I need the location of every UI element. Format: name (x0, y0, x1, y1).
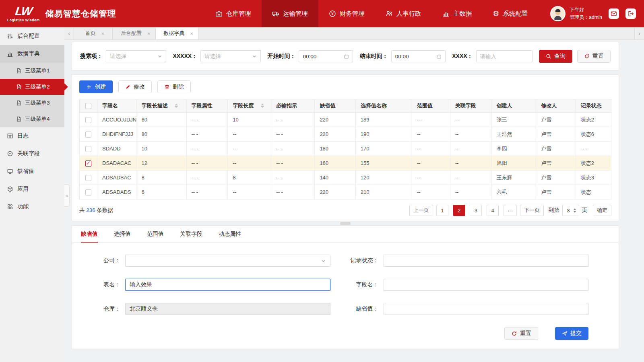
page-button[interactable]: 4 (487, 205, 499, 216)
page-button[interactable]: 2 (453, 205, 465, 216)
page-tab[interactable]: 首页 × (74, 27, 113, 39)
page-buttons: 1 2 3 4 ··· (433, 205, 517, 216)
page-button[interactable]: 1 (436, 205, 448, 216)
end-time-value[interactable] (395, 53, 434, 60)
sidebar-subitem[interactable]: 三级菜单3 (0, 95, 64, 111)
page-tab[interactable]: 数据字典 × (156, 27, 199, 39)
table-row[interactable]: DHDIFNFJJJ 80 -- - -- -- - 220 190 -- -- (80, 127, 611, 142)
sidebar-item-logs[interactable]: 日志 (0, 127, 64, 145)
cell-modifier: 卢雪 (536, 127, 576, 142)
sidebar-item-functions[interactable]: 功能 (0, 198, 64, 216)
end-time-input[interactable] (391, 50, 446, 62)
sort-icon[interactable] (175, 104, 178, 108)
next-page-button[interactable]: 下一页 (520, 205, 544, 216)
query-button[interactable]: 查询 (539, 50, 572, 63)
tab-scroll-left-icon[interactable]: ‹ (64, 27, 74, 39)
row-checkbox[interactable] (85, 189, 91, 195)
default-value-input[interactable] (384, 303, 589, 315)
stepper-arrows-icon[interactable] (574, 208, 576, 213)
tab-close-icon[interactable]: × (147, 31, 151, 37)
xxxxx-select[interactable]: 请选择 (200, 50, 261, 62)
mail-button[interactable] (609, 8, 619, 19)
detail-tab[interactable]: 缺省值 (81, 226, 98, 242)
detail-tab[interactable]: 选择值 (114, 226, 131, 242)
sidebar-item-backend-config[interactable]: 后台配置 (0, 27, 64, 45)
company-select[interactable] (125, 255, 330, 267)
start-time-value[interactable] (303, 53, 341, 60)
cell-related: -- (450, 171, 491, 185)
nav-item-hr[interactable]: 人事行政 (375, 0, 432, 27)
tab-scroll-right-icon[interactable]: › (634, 27, 644, 39)
table-row[interactable]: SDADD 10 -- - -- -- - 180 170 -- -- 李四 (80, 142, 611, 156)
cell-required: -- - (271, 142, 315, 156)
row-checkbox[interactable] (85, 132, 91, 138)
search-panel: 搜索项： 请选择 XXXXX： 请选择 开始 (72, 42, 619, 71)
keyword-input[interactable] (476, 50, 533, 62)
avatar[interactable] (550, 6, 566, 21)
sidebar-item-related-fields[interactable]: 关联字段 (0, 145, 64, 162)
cell-select-name: 189 (355, 113, 412, 127)
cell-creator: 李四 (491, 142, 536, 156)
sidebar-item-data-dictionary[interactable]: 数据字典 (0, 45, 64, 63)
sidebar-item-default-values[interactable]: 缺省值 (0, 162, 64, 180)
create-button[interactable]: 创建 (79, 80, 113, 93)
page-tab[interactable]: 后台配置 × (113, 27, 156, 39)
svg-text:¥: ¥ (331, 11, 334, 16)
tab-close-icon[interactable]: × (101, 31, 105, 37)
cell-status: -- - (576, 142, 611, 156)
nav-item-finance[interactable]: ¥ 财务管理 (318, 0, 375, 27)
sidebar-subitem[interactable]: 三级菜单4 (0, 111, 64, 127)
tab-close-icon[interactable]: × (190, 31, 194, 37)
pagination: 上一页 1 2 3 4 (406, 205, 611, 216)
sort-icon[interactable] (261, 104, 264, 108)
page-button[interactable]: ··· (504, 205, 517, 216)
confirm-page-button[interactable]: 确定 (593, 205, 611, 216)
row-checkbox[interactable] (85, 160, 91, 167)
submit-button[interactable]: 提交 (555, 327, 588, 340)
edit-button[interactable]: 修改 (118, 80, 152, 93)
people-icon (386, 10, 393, 17)
page-button[interactable]: 3 (470, 205, 482, 216)
finance-icon: ¥ (329, 10, 336, 17)
table-row[interactable]: ADSADSAC 8 -- - 8 -- - 140 120 -- -- 王 (80, 171, 611, 185)
sliders-icon (7, 33, 13, 39)
search-term-select[interactable]: 请选择 (106, 50, 166, 62)
logout-icon (627, 10, 634, 17)
sidebar-item-applications[interactable]: 应用 (0, 180, 64, 198)
table-row[interactable]: ADSADADS 6 -- - -- -- - 220 210 -- -- (80, 185, 611, 200)
row-checkbox[interactable] (85, 117, 91, 123)
user-area: 下午好 管理员：admin (538, 0, 644, 27)
record-status-input[interactable] (384, 255, 589, 267)
detail-tab[interactable]: 关联字段 (180, 226, 202, 242)
detail-tab[interactable]: 动态属性 (219, 226, 241, 242)
row-checkbox[interactable] (85, 175, 91, 181)
field-name-input[interactable] (384, 279, 589, 291)
nav-item-warehouse[interactable]: 仓库管理 (205, 0, 262, 27)
prev-page-button[interactable]: 上一页 (409, 205, 433, 216)
table-row[interactable]: DSADACAC 12 -- - -- -- - 160 155 -- -- (80, 156, 611, 171)
column-header: 修改人 (536, 99, 576, 113)
logout-button[interactable] (625, 8, 636, 19)
sidebar-subitem[interactable]: 三级菜单2 (0, 79, 64, 95)
splitter-handle[interactable] (340, 222, 351, 225)
table-name-input[interactable] (125, 279, 330, 291)
goto-page-stepper[interactable]: 3 (562, 205, 579, 216)
sidebar-collapse-handle[interactable]: « (64, 184, 70, 207)
detail-tab[interactable]: 范围值 (147, 226, 164, 242)
nav-item-transport[interactable]: 运输管理 (262, 0, 318, 27)
search-reset-button[interactable]: 重置 (577, 50, 611, 63)
nav-item-master-data[interactable]: 主数据 (432, 0, 483, 27)
row-checkbox[interactable] (85, 146, 91, 152)
detail-reset-button[interactable]: 重置 (504, 327, 538, 340)
column-header: 字段长度 (228, 99, 271, 113)
cell-length-desc: 10 (136, 142, 186, 156)
cell-select-name: 155 (355, 156, 412, 171)
table-row[interactable]: ACCUOJJDJN 60 -- - 10 -- - 220 189 --- -… (80, 113, 611, 127)
nav-item-system-config[interactable]: ⚙ 系统配置 (482, 0, 538, 27)
select-all-checkbox[interactable] (85, 103, 91, 109)
link-icon (7, 150, 13, 157)
delete-button[interactable]: 删除 (157, 80, 191, 93)
sidebar-subitem[interactable]: 三级菜单1 (0, 63, 64, 79)
bar-chart-icon (442, 10, 450, 17)
start-time-input[interactable] (299, 50, 353, 62)
